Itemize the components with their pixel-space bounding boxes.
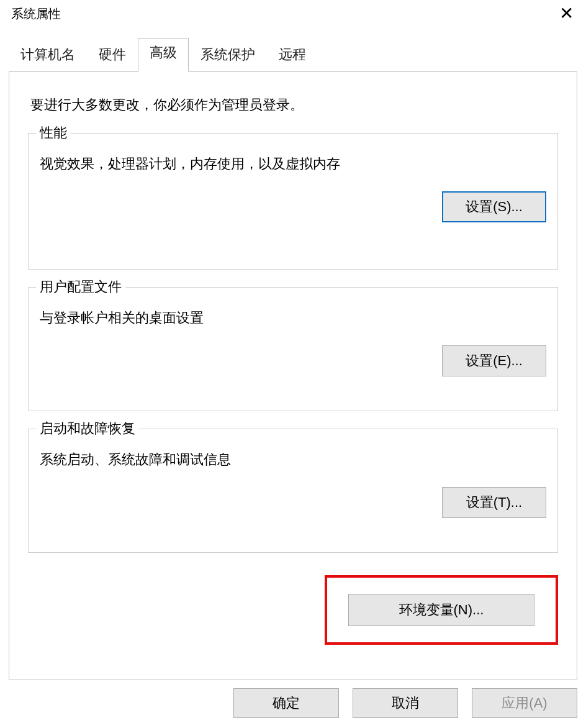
- tab-computer-name[interactable]: 计算机名: [9, 39, 87, 71]
- environment-variables-button[interactable]: 环境变量(N)...: [348, 594, 534, 626]
- tab-system-protection[interactable]: 系统保护: [189, 39, 267, 71]
- ok-button[interactable]: 确定: [233, 688, 339, 718]
- admin-note: 要进行大多数更改，你必须作为管理员登录。: [30, 96, 556, 114]
- performance-desc: 视觉效果，处理器计划，内存使用，以及虚拟内存: [40, 153, 546, 174]
- env-highlight-box: 环境变量(N)...: [325, 575, 558, 645]
- tab-remote[interactable]: 远程: [267, 39, 318, 71]
- performance-settings-button[interactable]: 设置(S)...: [442, 191, 546, 222]
- profiles-group: 用户配置文件 与登录帐户相关的桌面设置 设置(E)...: [28, 287, 558, 411]
- window-title: 系统属性: [11, 6, 61, 22]
- startup-legend: 启动和故障恢复: [36, 419, 139, 438]
- cancel-button[interactable]: 取消: [353, 688, 458, 718]
- apply-button[interactable]: 应用(A): [472, 688, 577, 718]
- close-icon[interactable]: ✕: [554, 5, 579, 22]
- startup-group: 启动和故障恢复 系统启动、系统故障和调试信息 设置(T)...: [28, 429, 558, 553]
- profiles-desc: 与登录帐户相关的桌面设置: [40, 307, 546, 328]
- performance-legend: 性能: [36, 124, 71, 142]
- dialog-button-row: 确定 取消 应用(A): [233, 688, 577, 718]
- tab-strip: 计算机名 硬件 高级 系统保护 远程: [9, 39, 586, 71]
- performance-group: 性能 视觉效果，处理器计划，内存使用，以及虚拟内存 设置(S)...: [28, 133, 558, 270]
- startup-desc: 系统启动、系统故障和调试信息: [40, 449, 546, 470]
- profiles-legend: 用户配置文件: [36, 278, 125, 296]
- tab-hardware[interactable]: 硬件: [87, 39, 138, 71]
- tab-advanced[interactable]: 高级: [138, 38, 189, 72]
- profiles-settings-button[interactable]: 设置(E)...: [442, 345, 546, 376]
- startup-settings-button[interactable]: 设置(T)...: [442, 487, 546, 518]
- advanced-tab-panel: 要进行大多数更改，你必须作为管理员登录。 性能 视觉效果，处理器计划，内存使用，…: [9, 71, 577, 680]
